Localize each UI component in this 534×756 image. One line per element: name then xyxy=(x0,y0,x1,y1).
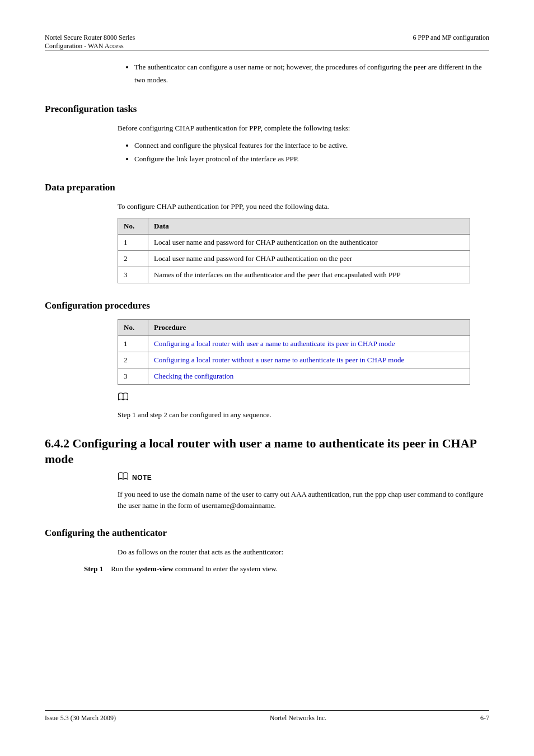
cell-no: 3 xyxy=(118,368,148,384)
cell-data: Configuring a local router without a use… xyxy=(148,352,470,368)
section-title: 6.4.2 Configuring a local router with us… xyxy=(45,436,489,466)
authenticator-heading: Configuring the authenticator xyxy=(45,528,489,539)
preconfig-intro: Before configuring CHAP authentication f… xyxy=(118,123,489,134)
header-left-line1: Nortel Secure Router 8000 Series xyxy=(45,34,135,42)
note-text: If you need to use the domain name of th… xyxy=(118,489,489,511)
footer-right: Issue 5.3 (30 March 2009) xyxy=(45,714,116,722)
col-no: No. xyxy=(118,319,148,335)
note-callout: NOTE xyxy=(118,472,489,483)
col-proc: Procedure xyxy=(148,319,470,335)
footer-left: Nortel Networks Inc. xyxy=(270,714,327,722)
footer-center: 6-7 xyxy=(480,714,489,722)
link-text[interactable]: Checking the configuration xyxy=(154,372,233,380)
col-no: No. xyxy=(118,218,148,234)
header-right-line2: 6 PPP and MP configuration xyxy=(413,34,489,42)
dataprep-table: No. Data 1 Local user name and password … xyxy=(118,218,470,283)
step-row: Step 1 Run the system-view command to en… xyxy=(84,563,489,575)
table-row: 3 Names of the interfaces on the authent… xyxy=(118,267,470,283)
preconfig-list: Connect and configure the physical featu… xyxy=(134,139,489,165)
command-text: system-view xyxy=(135,564,173,573)
step-prefix: Run the xyxy=(111,564,135,573)
list-item: The authenticator can configure a user n… xyxy=(134,60,489,87)
col-data: Data xyxy=(148,218,470,234)
configproc-table: No. Procedure 1 Configuring a local rout… xyxy=(118,319,470,385)
header-right: 6 PPP and MP configuration xyxy=(413,34,489,46)
table-row: 2 Configuring a local router without a u… xyxy=(118,352,470,368)
book-icon xyxy=(118,393,129,404)
note-icon-only xyxy=(118,393,489,404)
book-icon xyxy=(118,472,129,483)
link-text[interactable]: Configuring a local router with user a n… xyxy=(154,339,395,348)
page-header: Nortel Secure Router 8000 Series Configu… xyxy=(45,34,489,50)
page-footer: Issue 5.3 (30 March 2009) Nortel Network… xyxy=(45,710,489,722)
cell-data: Checking the configuration xyxy=(148,368,470,384)
table-row: 3 Checking the configuration xyxy=(118,368,470,384)
table-row: 1 Local user name and password for CHAP … xyxy=(118,234,470,250)
configproc-heading: Configuration procedures xyxy=(45,300,489,311)
header-left: Nortel Secure Router 8000 Series Configu… xyxy=(45,34,135,46)
cell-data: Configuring a local router with user a n… xyxy=(148,335,470,352)
cell-no: 2 xyxy=(118,250,148,267)
preconfig-heading: Preconfiguration tasks xyxy=(45,104,489,115)
authenticator-intro: Do as follows on the router that acts as… xyxy=(118,547,489,558)
step-suffix: command to enter the system view. xyxy=(174,564,278,573)
link-text[interactable]: Configuring a local router without a use… xyxy=(154,356,404,364)
cell-data: Local user name and password for CHAP au… xyxy=(148,250,470,267)
cell-no: 2 xyxy=(118,352,148,368)
step-label: Step 1 xyxy=(84,563,103,575)
cell-no: 3 xyxy=(118,267,148,283)
footer-right-line1: Issue 5.3 (30 March 2009) xyxy=(45,714,116,722)
list-item: Configure the link layer protocol of the… xyxy=(134,152,489,165)
table-row: 1 Configuring a local router with user a… xyxy=(118,335,470,352)
table-row: 2 Local user name and password for CHAP … xyxy=(118,250,470,267)
list-item: Connect and configure the physical featu… xyxy=(134,139,489,152)
note-label: NOTE xyxy=(132,474,152,482)
header-left-line2: Configuration - WAN Access xyxy=(45,42,135,50)
cell-data: Names of the interfaces on the authentic… xyxy=(148,267,470,283)
cell-data: Local user name and password for CHAP au… xyxy=(148,234,470,250)
step-body: Run the system-view command to enter the… xyxy=(111,563,489,575)
top-bullet-list: The authenticator can configure a user n… xyxy=(134,60,489,87)
dataprep-heading: Data preparation xyxy=(45,182,489,193)
cell-no: 1 xyxy=(118,335,148,352)
note-text: Step 1 and step 2 can be configured in a… xyxy=(118,409,489,421)
cell-no: 1 xyxy=(118,234,148,250)
dataprep-intro: To configure CHAP authentication for PPP… xyxy=(118,201,489,212)
